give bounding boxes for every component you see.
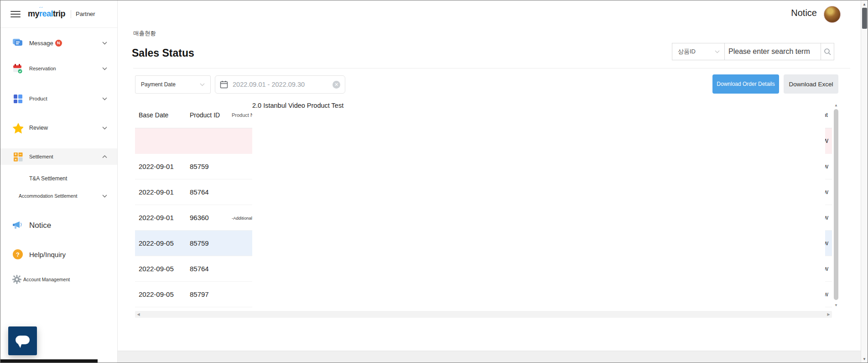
scrollbar-thumb[interactable] [862,8,867,29]
chevron-down-icon [102,126,107,130]
download-excel-button[interactable]: Download Excel [784,74,838,94]
sidebar-item-review[interactable]: Review [0,120,117,136]
chat-bubble-tail [17,344,22,348]
partner-label: Partner [76,11,95,17]
page-scrollbar[interactable]: ▲ ▼ [861,0,868,363]
col-base-date: Base Date [135,111,186,119]
chat-icon [12,37,23,48]
sidebar-item-label: Message [29,40,53,47]
sidebar-item-label: Settlement [29,154,53,159]
scroll-up-arrow-icon[interactable]: ▲ [861,1,868,7]
scroll-up-arrow-icon[interactable]: ▲ [833,102,839,108]
table-row[interactable]: 2022-09-05 85797 2.0 Istanbul Video Prod… [135,282,832,307]
sidebar-item-label: Help/Inquiry [29,251,66,258]
calculator-icon: +−× [12,151,23,162]
sidebar-item-label: Notice [29,221,51,230]
subitem-label: Accommodation Settlement [19,193,77,199]
col-product-id: Product ID [186,111,228,119]
svg-text:?: ? [16,251,20,258]
scrollbar-thumb[interactable] [834,109,838,300]
chevron-down-icon [102,97,107,100]
chevron-down-icon [715,50,720,53]
sidebar-item-account-management[interactable]: Account Management [0,271,117,288]
scroll-down-arrow-icon[interactable]: ▼ [833,302,839,308]
search-category-value: 상품ID [678,47,696,56]
sidebar-item-notice[interactable]: Notice [0,217,117,234]
svg-text:−: − [19,152,21,157]
brand-real: ´ ´real [39,9,53,19]
sidebar-subitem-accommodation-settlement[interactable]: Accommodation Settlement [0,189,117,203]
main-content: Notice 매출현황 Sales Status 상품ID Payment Da… [118,0,861,363]
search-input[interactable] [724,43,821,60]
sidebar-item-help[interactable]: ? Help/Inquiry [0,246,117,263]
sidebar-item-label: Account Management [23,277,70,282]
chat-bubble-icon [16,336,30,344]
table-horizontal-scrollbar[interactable]: ◀ ▶ [135,311,832,318]
brand-my: my [28,9,39,19]
chat-widget-button[interactable] [8,326,37,355]
footer-strip [118,351,861,363]
scroll-left-arrow-icon[interactable]: ◀ [135,311,142,318]
search-group: 상품ID [672,43,834,60]
scroll-right-arrow-icon[interactable]: ▶ [825,311,832,318]
sidebar-subitem-ta-settlement[interactable]: T&A Settlement [0,172,117,185]
gear-icon [11,274,22,285]
question-icon: ? [12,249,23,260]
scroll-down-arrow-icon[interactable]: ▼ [861,356,868,362]
download-order-details-button[interactable]: Download Order Details [712,74,779,94]
sidebar: my´ ´realtrip Partner Message N Reservat… [0,0,118,363]
calendar-icon [220,80,228,89]
chevron-up-icon [102,155,107,158]
breadcrumb: 매출현황 [133,30,156,37]
new-badge: N [55,40,62,47]
svg-text:×: × [15,157,17,161]
sidebar-item-label: Reservation [29,66,56,71]
svg-text:+: + [15,152,17,157]
calendar-icon [12,63,23,74]
sidebar-item-message[interactable]: Message N [0,35,117,51]
chevron-down-icon [102,67,107,70]
sidebar-item-product[interactable]: Product [0,90,117,107]
chevron-down-icon [102,42,107,45]
logo-divider [71,10,71,18]
date-range-picker[interactable]: 2022.09.01 - 2022.09.30 ✕ [215,75,345,94]
sidebar-item-label: Product [29,96,47,101]
app-window: my´ ´realtrip Partner Message N Reservat… [0,0,868,363]
grid-icon [12,93,23,104]
hamburger-menu-icon[interactable] [10,11,21,17]
megaphone-icon [12,220,23,231]
close-icon[interactable]: ✕ [333,81,340,89]
brand-trip: trip [53,9,65,19]
topbar-notice-link[interactable]: Notice [791,8,817,18]
bottom-left-strip [0,359,98,363]
date-range-value: 2022.09.01 - 2022.09.30 [233,81,333,88]
sidebar-item-label: Review [29,125,48,131]
section-divider [133,68,850,68]
sidebar-nav: Message N Reservation Product [0,35,117,288]
sidebar-header: my´ ´realtrip Partner [0,0,117,28]
chevron-down-icon [102,195,107,198]
avatar[interactable] [824,6,841,23]
star-icon [12,122,23,133]
subitem-label: T&A Settlement [29,175,67,182]
table-vertical-scrollbar[interactable]: ▲ ▼ [833,102,839,308]
sales-table: Base Date Product ID Product Name Quanti… [135,102,832,307]
brand-logo[interactable]: my´ ´realtrip [28,9,65,19]
search-category-select[interactable]: 상품ID [672,43,725,60]
sidebar-item-reservation[interactable]: Reservation [0,60,117,77]
search-icon [824,48,831,55]
filter-field-value: Payment Date [141,81,176,88]
search-button[interactable] [821,43,834,60]
sidebar-item-settlement[interactable]: +−× Settlement [0,148,117,165]
chevron-down-icon [200,83,205,86]
filter-field-select[interactable]: Payment Date [135,75,211,94]
page-title: Sales Status [132,47,194,59]
